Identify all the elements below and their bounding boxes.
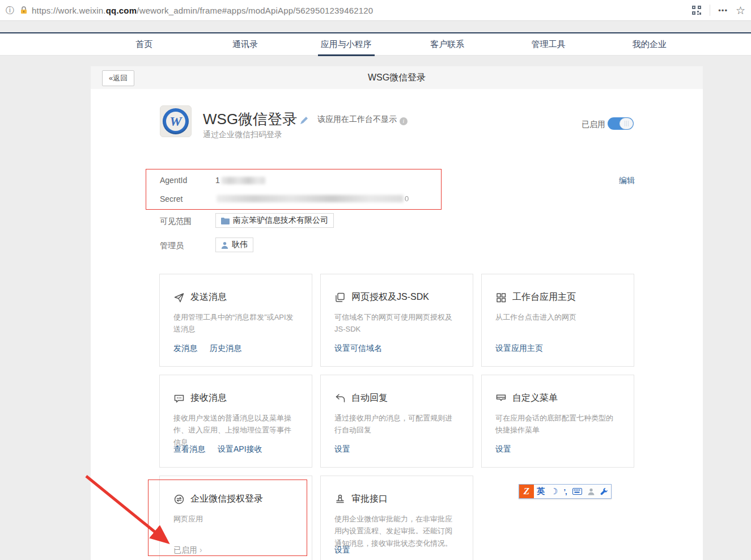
browser-address-bar[interactable]: ⓘ https://work.weixin.qq.com/wework_admi… (0, 0, 751, 21)
card-desc: 可信域名下的网页可使用网页授权及JS-SDK (334, 311, 459, 336)
page-title: WSG微信登录 (91, 72, 703, 84)
visible-scope-company: 南京笨驴信息技术有限公司 (233, 215, 328, 226)
nav-tab-customer[interactable]: 客户联系 (397, 33, 498, 56)
oauth-card-annotation-box (148, 480, 307, 556)
ime-settings-wrench-icon[interactable] (597, 487, 611, 495)
qr-code-icon[interactable] (691, 5, 702, 15)
url-text[interactable]: https://work.weixin.qq.com/wework_admin/… (32, 6, 373, 15)
security-warning-lock-icon[interactable] (19, 6, 28, 15)
visible-scope-tag[interactable]: 南京笨驴信息技术有限公司 (215, 213, 334, 228)
nav-tab-contacts[interactable]: 通讯录 (194, 33, 295, 56)
ime-fullhalf-moon-icon[interactable]: ☽ (548, 486, 561, 497)
card-title: 审批接口 (351, 493, 388, 505)
history-message-link[interactable]: 历史消息 (210, 343, 241, 354)
back-button[interactable]: «返回 (102, 70, 134, 86)
card-title: 工作台应用主页 (512, 291, 576, 303)
edit-credentials-link[interactable]: 编辑 (619, 176, 635, 186)
view-message-link[interactable]: 查看消息 (173, 444, 205, 455)
card-desc: 通过接收用户的消息，可配置规则进行自动回复 (334, 412, 459, 436)
card-title: 发送消息 (190, 291, 227, 303)
edit-name-pencil-icon[interactable] (299, 116, 308, 125)
nav-tab-home[interactable]: 首页 (94, 33, 194, 56)
approval-settings-link[interactable]: 设置 (334, 545, 350, 555)
workbench-visibility-note: 该应用在工作台不显示i (317, 114, 408, 125)
secret-value: 0 (215, 194, 409, 203)
card-title: 自定义菜单 (512, 392, 558, 404)
app-logo-letter: W (166, 112, 185, 131)
credentials-annotation-box (146, 169, 442, 210)
toolbar-divider (710, 5, 710, 16)
ime-skin-person-icon[interactable] (585, 488, 597, 495)
card-desc: 使用管理工具中的“消息群发”或API发送消息 (173, 311, 298, 336)
app-logo: W (160, 105, 192, 137)
ime-language-toggle[interactable]: 英 (534, 486, 548, 497)
card-desc: 接收用户发送的普通消息以及菜单操作、进入应用、上报地理位置等事件信息 (173, 412, 298, 448)
info-icon[interactable]: i (400, 117, 408, 125)
bookmark-star-icon[interactable]: ☆ (736, 4, 745, 17)
auto-reply-settings-link[interactable]: 设置 (334, 444, 350, 455)
app-detail-header: «返回 WSG微信登录 (91, 66, 703, 89)
page-info-icon[interactable]: ⓘ (6, 5, 14, 16)
enabled-status-label: 已启用 (582, 120, 605, 130)
custom-menu-icon (495, 393, 507, 404)
send-message-link[interactable]: 发消息 (173, 343, 197, 354)
card-receive-message: 接收消息 接收用户发送的普通消息以及菜单操作、进入应用、上报地理位置等事件信息 … (159, 375, 312, 468)
card-desc: 从工作台点击进入的网页 (495, 311, 620, 323)
ime-punctuation-icon[interactable]: ’, (561, 487, 569, 496)
ime-toolbar[interactable]: Z 英 ☽ ’, (519, 484, 612, 499)
nav-tab-my-company[interactable]: 我的企业 (599, 33, 700, 56)
main-navigation: 首页 通讯录 应用与小程序 客户联系 管理工具 我的企业 (0, 33, 751, 56)
person-icon (221, 241, 228, 249)
toggle-knob (620, 118, 633, 129)
webauth-icon (334, 292, 346, 303)
set-trusted-domain-link[interactable]: 设置可信域名 (334, 343, 382, 354)
ime-soft-keyboard-icon[interactable] (570, 488, 585, 495)
card-custom-menu: 自定义菜单 可在应用会话的底部配置七种类型的快捷操作菜单 设置 (481, 375, 634, 468)
card-send-message: 发送消息 使用管理工具中的“消息群发”或API发送消息 发消息 历史消息 (159, 274, 312, 367)
receive-message-icon (173, 393, 185, 404)
app-enabled-toggle[interactable] (608, 117, 634, 130)
card-web-auth-jssdk: 网页授权及JS-SDK 可信域名下的网页可使用网页授权及JS-SDK 设置可信域… (320, 274, 473, 367)
admin-label: 管理员 (160, 241, 184, 251)
ime-logo-icon[interactable]: Z (519, 485, 534, 498)
secret-redacted (217, 195, 404, 202)
card-title: 自动回复 (351, 392, 388, 404)
agentid-label: AgentId (160, 176, 187, 185)
card-title: 网页授权及JS-SDK (351, 291, 429, 303)
card-title: 接收消息 (190, 392, 227, 404)
app-name: WSG微信登录 (203, 109, 297, 129)
workbench-home-icon (495, 292, 507, 303)
nav-tab-admin-tools[interactable]: 管理工具 (498, 33, 599, 56)
admin-tag[interactable]: 耿伟 (215, 237, 253, 252)
card-desc: 可在应用会话的底部配置七种类型的快捷操作菜单 (495, 412, 620, 436)
card-auto-reply: 自动回复 通过接收用户的消息，可配置规则进行自动回复 设置 (320, 375, 473, 468)
folder-icon (221, 217, 230, 224)
app-description: 通过企业微信扫码登录 (203, 130, 282, 140)
card-approval-api: 审批接口 使用企业微信审批能力，在非审批应用内设置流程、发起审批。还能订阅通知消… (320, 476, 473, 560)
browser-more-icon[interactable]: ••• (718, 6, 728, 15)
send-icon (173, 292, 185, 303)
auto-reply-icon (334, 393, 346, 404)
card-workbench-homepage: 工作台应用主页 从工作台点击进入的网页 设置应用主页 (481, 274, 634, 367)
visible-scope-label: 可见范围 (160, 217, 192, 227)
approval-icon (334, 494, 346, 505)
card-desc: 使用企业微信审批能力，在非审批应用内设置流程、发起审批。还能订阅通知消息，接收审… (334, 513, 459, 549)
secret-label: Secret (160, 194, 183, 203)
admin-name: 耿伟 (232, 240, 248, 250)
nav-tab-apps[interactable]: 应用与小程序 (296, 33, 397, 56)
set-api-receive-link[interactable]: 设置API接收 (218, 444, 262, 455)
agentid-redacted (221, 177, 265, 184)
custom-menu-settings-link[interactable]: 设置 (495, 444, 511, 455)
agentid-value: 1 (215, 176, 265, 185)
set-app-homepage-link[interactable]: 设置应用主页 (495, 343, 543, 354)
